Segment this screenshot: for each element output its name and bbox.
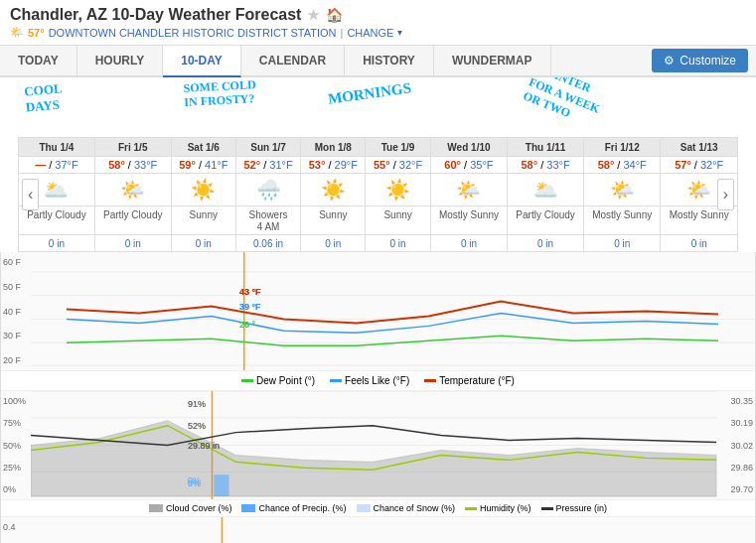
precip-val-91-display: 91% — [188, 399, 206, 409]
dew-legend-label: Dew Point (°) — [256, 375, 315, 386]
home-icon[interactable]: 🏠 — [326, 7, 343, 23]
tab-today[interactable]: TODAY — [0, 46, 77, 75]
feels-legend-label: Feels Like (°F) — [345, 375, 409, 386]
customize-label: Customize — [680, 54, 736, 68]
icon-fri15: 🌤️ — [94, 174, 171, 206]
header-subtitle: 🌤️ 57° DOWNTOWN CHANDLER HISTORIC DISTRI… — [10, 26, 746, 39]
precip-legend-label: Chance of Precip. (%) — [258, 503, 346, 513]
next-nav-button[interactable]: › — [717, 179, 734, 210]
col-wed110: Wed 1/10 — [430, 138, 507, 157]
temps-thu14: — / 37°F — [19, 157, 95, 174]
cond-fri15: Partly Cloudy — [94, 206, 171, 235]
station-name: DOWNTOWN CHANDLER HISTORIC DISTRICT STAT… — [49, 27, 337, 39]
y-label-50: 50% — [3, 441, 29, 451]
pressure-mid3: 29.86 — [719, 463, 753, 473]
tab-bar: TODAY HOURLY 10-DAY CALENDAR HISTORY WUN… — [0, 46, 756, 77]
col-sat113: Sat 1/13 — [661, 138, 738, 157]
chevron-down-icon[interactable]: ▾ — [397, 27, 402, 38]
cond-thu111: Partly Cloudy — [508, 206, 584, 235]
tab-wundermap[interactable]: WUNDERMAP — [434, 46, 551, 75]
precip-pressure-display: 29.89 in — [188, 441, 220, 451]
cond-mon18: Sunny — [301, 206, 366, 235]
icon-sat16: ☀️ — [171, 174, 235, 206]
forecast-table-wrapper: ‹ Thu 1/4 Fri 1/5 Sat 1/6 Sun 1/7 Mon 1/… — [18, 137, 738, 252]
tab-calendar[interactable]: CALENDAR — [241, 46, 345, 75]
forecast-precip-row: 0 in 0 in 0 in 0.06 in 0 in 0 in 0 in 0 … — [19, 235, 738, 252]
icon-tue19: ☀️ — [366, 174, 430, 206]
precip-y-axis: 100% 75% 50% 25% 0% — [1, 391, 31, 499]
precip-chart: 100% 75% 50% 25% 0% 30.35 30.19 30.02 29… — [1, 391, 755, 500]
pressure-mid1: 30.19 — [719, 418, 753, 428]
pressure-legend-label: Pressure (in) — [556, 503, 608, 513]
customize-button[interactable]: ⚙ Customize — [652, 49, 748, 72]
separator: | — [341, 27, 344, 39]
prev-nav-button[interactable]: ‹ — [22, 179, 39, 210]
annotation-cool-days: COOLDAYS — [24, 80, 65, 114]
col-fri15: Fri 1/5 — [94, 138, 171, 157]
legend-pressure: Pressure (in) — [541, 503, 608, 513]
title-text: Chandler, AZ 10-Day Weather Forecast — [10, 6, 301, 24]
legend-feels: Feels Like (°F) — [330, 375, 409, 386]
col-thu14: Thu 1/4 — [19, 138, 95, 157]
detail-y-axis: 0.4 0.2 — [1, 517, 31, 543]
cond-tue19: Sunny — [366, 206, 430, 235]
detail-precip-chart: 0.4 0.2 0 in (4:00 AM-5:00 AM) — [1, 517, 755, 543]
precip-tue19: 0 in — [366, 235, 430, 252]
legend-precip: Chance of Precip. (%) — [241, 503, 346, 513]
col-sun17: Sun 1/7 — [235, 138, 300, 157]
tab-hourly[interactable]: HOURLY — [77, 46, 164, 75]
dew-legend-color — [241, 379, 253, 382]
humidity-legend-label: Humidity (%) — [480, 503, 531, 513]
forecast-header-row: Thu 1/4 Fri 1/5 Sat 1/6 Sun 1/7 Mon 1/8 … — [19, 138, 738, 157]
y-label-20: 20 F — [3, 355, 29, 365]
svg-marker-12 — [31, 421, 716, 496]
legend-humidity: Humidity (%) — [465, 503, 531, 513]
forecast-icons-row: 🌥️ 🌤️ ☀️ 🌧️ ☀️ ☀️ 🌤️ 🌥️ 🌤️ 🌤️ — [19, 174, 738, 206]
y-label-60: 60 F — [3, 257, 29, 267]
annotation-some-cold: SOME COLDIN FROSTY? — [183, 77, 256, 110]
col-mon18: Mon 1/8 — [301, 138, 366, 157]
temp-y-axis: 60 F 50 F 40 F 30 F 20 F — [1, 252, 31, 370]
precip-fri112: 0 in — [584, 235, 661, 252]
cond-sun17: Showers4 AM — [235, 206, 300, 235]
precip-wed110: 0 in — [430, 235, 507, 252]
temps-thu111: 58° / 33°F — [508, 157, 584, 174]
pressure-y-axis-right: 30.35 30.19 30.02 29.86 29.70 — [717, 391, 755, 499]
icon-thu111: 🌥️ — [508, 174, 584, 206]
y-label-30: 30 F — [3, 331, 29, 340]
change-link[interactable]: CHANGE — [347, 27, 393, 39]
legend-snow: Chance of Snow (%) — [357, 503, 456, 513]
temp-chart-svg — [31, 252, 755, 370]
precip-sat16: 0 in — [171, 235, 235, 252]
tab-history[interactable]: HISTORY — [345, 46, 434, 75]
temp-val-26: 26 ° — [239, 320, 255, 330]
page-title: Chandler, AZ 10-Day Weather Forecast ★ 🏠 — [10, 6, 746, 24]
precip-val-52-display: 52% — [188, 421, 206, 431]
temp-chart-legend: Dew Point (°) Feels Like (°F) Temperatur… — [1, 371, 755, 391]
cond-sat16: Sunny — [171, 206, 235, 235]
precip-chart-svg — [31, 391, 717, 499]
temp-legend-color — [424, 379, 436, 382]
temps-fri15: 58° / 33°F — [94, 157, 171, 174]
y-label-40: 40 F — [3, 307, 29, 317]
temps-fri112: 58° / 34°F — [584, 157, 661, 174]
cond-wed110: Mostly Sunny — [430, 206, 507, 235]
precip-chart-legend: Cloud Cover (%) Chance of Precip. (%) Ch… — [1, 500, 755, 517]
star-icon[interactable]: ★ — [307, 7, 320, 23]
y-label-100: 100% — [3, 396, 29, 406]
svg-rect-13 — [214, 475, 228, 496]
precip-thu111: 0 in — [508, 235, 584, 252]
tab-10day[interactable]: 10-DAY — [163, 46, 241, 77]
precip-fri15: 0 in — [94, 235, 171, 252]
charts-area: 60 F 50 F 40 F 30 F 20 F 43 °F 39 °F 26 … — [0, 252, 756, 543]
precip-mon18: 0 in — [301, 235, 366, 252]
col-tue19: Tue 1/9 — [366, 138, 430, 157]
icon-sun17: 🌧️ — [235, 174, 300, 206]
pressure-top: 30.35 — [719, 396, 753, 406]
legend-dew: Dew Point (°) — [241, 375, 315, 386]
annotation-winter: = WINTERFOR A WEEKOR TWO — [521, 77, 608, 131]
feels-legend-color — [330, 379, 342, 382]
col-sat16: Sat 1/6 — [171, 138, 235, 157]
temps-sun17: 52° / 31°F — [235, 157, 300, 174]
annotation-mornings: MORNINGS — [327, 79, 412, 108]
